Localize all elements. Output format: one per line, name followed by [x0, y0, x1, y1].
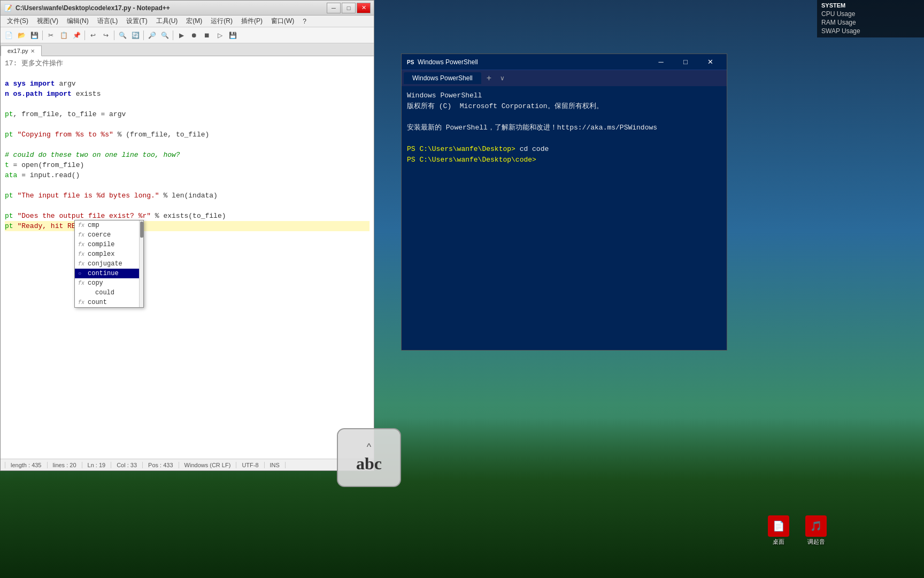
ac-icon-coerce: fx [78, 232, 86, 238]
notepad-toolbar: 📄 📂 💾 ✂ 📋 📌 ↩ ↪ 🔍 🔄 🔎 🔍 ▶ ⏺ ⏹ ▷ 💾 [1, 27, 374, 43]
ps-prompt-1: PS C:\Users\wanfe\Desktop> [407, 145, 520, 153]
ps-line-6: PS C:\Users\wanfe\Desktop> cd code [407, 144, 721, 155]
swap-usage-item[interactable]: SWAP Usage [821, 27, 920, 35]
ac-item-conjugate[interactable]: fx conjugate [75, 259, 143, 269]
toolbar-sep-1 [42, 31, 43, 40]
notepad-title: C:\Users\wanfe\Desktop\code\ex17.py - No… [16, 4, 327, 12]
toolbar-new[interactable]: 📄 [3, 29, 14, 41]
toolbar-stop[interactable]: ⏹ [201, 29, 213, 41]
ps-title: Windows PowerShell [418, 58, 649, 66]
toolbar-search[interactable]: 🔍 [117, 29, 128, 41]
ac-icon-count: fx [78, 300, 86, 306]
notepad-tab-active[interactable]: ex17.py ✕ [1, 45, 42, 56]
menu-window[interactable]: 窗口(W) [267, 16, 298, 27]
code-line-10: # could do these two on one line too, ho… [5, 150, 369, 160]
status-pos: Pos : 433 [143, 462, 179, 468]
desktop-icon-audio[interactable]: 🎵 调起音 [799, 515, 833, 546]
status-ln: Ln : 19 [82, 462, 112, 468]
ps-cmd-1: cd code [520, 145, 549, 153]
ac-item-compile[interactable]: fx compile [75, 240, 143, 249]
ac-icon-complex: fx [78, 252, 86, 257]
toolbar-open[interactable]: 📂 [16, 29, 27, 41]
desktop-icon-pdf[interactable]: 📄 桌面 [761, 515, 796, 546]
toolbar-run[interactable]: ▶ [175, 29, 187, 41]
code-line-1: 17: 更多文件操作 [5, 58, 369, 69]
notepad-maximize-button[interactable]: □ [342, 3, 356, 13]
ac-text-conjugate: conjugate [88, 260, 122, 268]
toolbar-save[interactable]: 💾 [28, 29, 40, 41]
toolbar-record[interactable]: ⏺ [188, 29, 200, 41]
notepad-minimize-button[interactable]: ─ [327, 3, 341, 13]
ps-line-3 [407, 112, 721, 123]
editor-area[interactable]: 17: 更多文件操作 a sys import argv n os.path i… [1, 56, 374, 459]
menu-macro[interactable]: 宏(M) [182, 16, 206, 27]
ac-item-count[interactable]: fx count [75, 298, 143, 307]
menu-tools[interactable]: 工具(U) [152, 16, 182, 27]
pdf-icon: 📄 [768, 515, 789, 537]
ac-text-count: count [88, 299, 107, 306]
ac-item-coerce[interactable]: fx coerce [75, 230, 143, 240]
ac-item-cmp[interactable]: fx cmp [75, 220, 143, 230]
tab-close-button[interactable]: ✕ [30, 48, 35, 54]
ps-icon: PS [406, 58, 414, 66]
ac-item-could[interactable]: could [75, 288, 143, 298]
status-ins: INS [265, 462, 286, 468]
menu-run[interactable]: 运行(R) [206, 16, 237, 27]
ps-tab-add-button[interactable]: + [482, 73, 496, 83]
code-line-9 [5, 140, 369, 150]
toolbar-replace[interactable]: 🔄 [129, 29, 141, 41]
toolbar-save2[interactable]: 💾 [227, 29, 238, 41]
code-line-3: a sys import argv [5, 79, 369, 89]
ps-close-button[interactable]: ✕ [698, 54, 722, 70]
menu-help[interactable]: ? [298, 17, 311, 26]
audio-label: 调起音 [807, 538, 825, 546]
ps-titlebar: PS Windows PowerShell ─ □ ✕ [402, 54, 727, 70]
ps-maximize-button[interactable]: □ [673, 54, 698, 70]
autocomplete-dropdown[interactable]: fx cmp fx coerce fx compile fx complex f… [74, 220, 144, 308]
menu-edit[interactable]: 编辑(N) [63, 16, 93, 27]
toolbar-paste[interactable]: 📌 [71, 29, 82, 41]
ac-text-compile: compile [88, 241, 114, 248]
notepad-close-button[interactable]: ✕ [357, 3, 371, 13]
abc-overlay: ^ abc [337, 428, 401, 487]
editor-content[interactable]: 17: 更多文件操作 a sys import argv n os.path i… [1, 56, 374, 459]
code-line-16: pt "Does the output file exist? %r" % ex… [5, 211, 369, 221]
autocomplete-scrollbar[interactable] [139, 220, 143, 307]
toolbar-undo[interactable]: ↩ [87, 29, 99, 41]
ps-content[interactable]: Windows PowerShell 版权所有 (C) Microsoft Co… [402, 86, 727, 350]
toolbar-zoom-out[interactable]: 🔍 [159, 29, 171, 41]
toolbar-cut[interactable]: ✂ [45, 29, 57, 41]
abc-chevron: ^ [367, 442, 371, 453]
audio-icon: 🎵 [805, 515, 827, 537]
ac-text-could: could [88, 289, 114, 296]
notepad-icon: 📝 [4, 4, 12, 12]
ac-text-complex: complex [88, 250, 114, 258]
ac-item-continue[interactable]: ○ continue [75, 269, 143, 278]
menu-plugins[interactable]: 插件(P) [237, 16, 267, 27]
menu-file[interactable]: 文件(S) [3, 16, 33, 27]
ps-line-1: Windows PowerShell [407, 90, 721, 101]
code-line-12: ata = input.read() [5, 170, 369, 180]
ps-minimize-button[interactable]: ─ [649, 54, 673, 70]
toolbar-redo[interactable]: ↪ [100, 29, 112, 41]
toolbar-zoom-in[interactable]: 🔎 [146, 29, 158, 41]
ac-item-copy[interactable]: fx copy [75, 278, 143, 288]
ram-usage-item[interactable]: RAM Usage [821, 18, 920, 27]
code-line-15 [5, 201, 369, 211]
code-line-6: pt, from_file, to_file = argv [5, 109, 369, 119]
toolbar-play[interactable]: ▷ [214, 29, 226, 41]
toolbar-copy[interactable]: 📋 [58, 29, 70, 41]
ac-item-complex[interactable]: fx complex [75, 249, 143, 259]
menu-view[interactable]: 视图(V) [33, 16, 63, 27]
ps-tab-chevron[interactable]: ∨ [496, 74, 509, 82]
status-length: length : 435 [5, 462, 48, 468]
cpu-usage-item[interactable]: CPU Usage [821, 10, 920, 18]
autocomplete-scroll-thumb [140, 222, 143, 238]
menu-language[interactable]: 语言(L) [93, 16, 122, 27]
ps-tab-active[interactable]: Windows PowerShell [404, 72, 481, 84]
ps-tabstrip: Windows PowerShell + ∨ [402, 70, 727, 86]
abc-text: abc [356, 454, 382, 474]
menu-settings[interactable]: 设置(T) [122, 16, 151, 27]
notepad-window-controls: ─ □ ✕ [327, 3, 371, 13]
ac-text-coerce: coerce [88, 231, 111, 239]
